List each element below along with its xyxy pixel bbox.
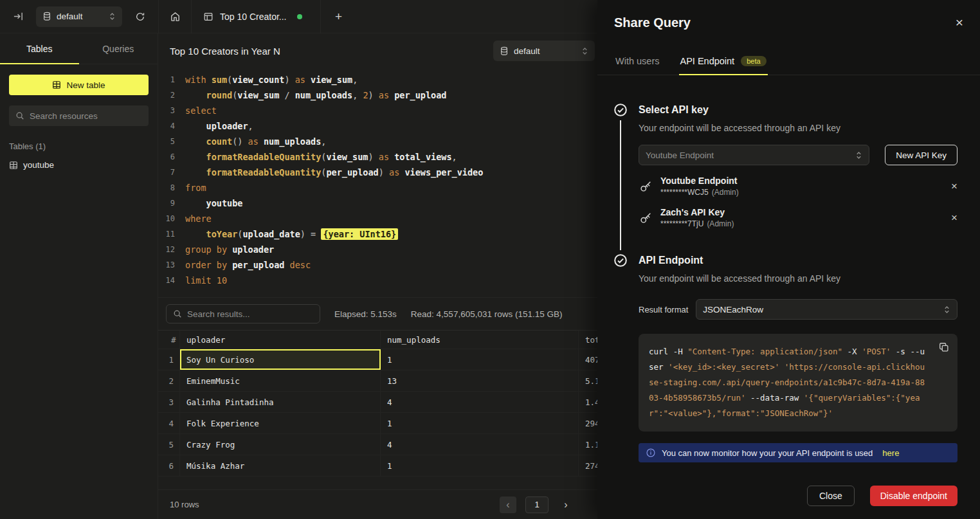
api-key-select[interactable]: Youtube Endpoint	[639, 145, 869, 165]
table-cell[interactable]: Folk Experience	[180, 413, 381, 433]
sidebar: Tables Queries New table Search resource…	[0, 33, 158, 519]
copy-icon[interactable]	[938, 341, 950, 353]
table-header-row: #uploadernum_uploadstot	[158, 330, 597, 349]
share-query-panel: Share Query × With users API Endpoint be…	[597, 0, 980, 519]
code-line: 2 round(view_sum / num_uploads, 2) as pe…	[158, 87, 597, 103]
api-key-item: Zach's API Key*********7TjU(Admin)×	[639, 207, 957, 228]
table-cell[interactable]: 2	[158, 370, 180, 391]
unsaved-changes-dot	[297, 14, 302, 19]
line-number: 8	[158, 180, 175, 196]
next-page-icon[interactable]: ›	[558, 496, 574, 513]
code-text: limit 10	[185, 273, 227, 288]
table-cell[interactable]: 1.4	[579, 392, 597, 412]
tab-api-endpoint-label: API Endpoint	[680, 56, 735, 66]
elapsed-stat: Elapsed: 5.153s	[334, 309, 397, 319]
code-text: with sum(view_count) as view_sum,	[185, 72, 358, 87]
results-toolbar: Search results... Elapsed: 5.153s Read: …	[158, 298, 597, 330]
table-cell[interactable]: 13	[381, 370, 579, 391]
table-row[interactable]: 1Soy Un Curioso1407	[158, 349, 597, 370]
table-cell[interactable]: Galinha Pintadinha	[180, 392, 381, 412]
step-subtitle: Your endpoint will be accessed through a…	[639, 123, 957, 133]
table-cell[interactable]: Músika Azhar	[180, 455, 381, 476]
search-resources-placeholder: Search resources	[30, 111, 98, 121]
new-tab-button[interactable]: +	[321, 0, 356, 33]
chevron-updown-icon	[109, 12, 116, 21]
table-cell[interactable]: Soy Un Curioso	[180, 349, 381, 370]
monitor-link[interactable]: here	[882, 448, 899, 458]
result-format-select[interactable]: JSONEachRow	[696, 299, 957, 320]
api-key-name: Youtube Endpoint	[660, 176, 943, 186]
close-icon[interactable]: ×	[956, 15, 963, 29]
column-header[interactable]: num_uploads	[381, 331, 579, 349]
table-cell[interactable]: 4	[381, 392, 579, 412]
table-cell[interactable]: 3	[158, 392, 180, 412]
database-icon	[500, 46, 509, 56]
sql-editor[interactable]: 1with sum(view_count) as view_sum,2 roun…	[158, 68, 597, 297]
beta-badge: beta	[741, 56, 766, 66]
banner-text: You can now monitor how your your API en…	[662, 448, 873, 458]
table-cell[interactable]: 1	[381, 349, 579, 370]
sidebar-table-item[interactable]: youtube	[0, 156, 158, 174]
table-cell[interactable]: 294	[579, 413, 597, 433]
step-select-api-key: Select API key Your endpoint will be acc…	[614, 104, 957, 228]
database-selector[interactable]: default	[36, 6, 122, 27]
column-header[interactable]: uploader	[180, 331, 381, 349]
panel-tabs: With users API Endpoint beta	[597, 52, 980, 75]
editor: Top 10 Creators in Year N default 1with …	[158, 33, 597, 519]
remove-key-icon[interactable]: ×	[951, 212, 957, 224]
table-cell[interactable]: 4	[381, 434, 579, 455]
refresh-icon[interactable]	[131, 8, 149, 26]
close-button[interactable]: Close	[807, 486, 855, 506]
query-tab[interactable]: Top 10 Creator...	[192, 0, 320, 33]
database-selector-value: default	[57, 12, 104, 21]
tab-api-endpoint[interactable]: API Endpoint beta	[679, 52, 768, 75]
table-grid-icon	[9, 161, 18, 170]
editor-database-selector[interactable]: default	[493, 41, 595, 61]
table-cell[interactable]: 1	[381, 455, 579, 476]
panel-title: Share Query	[614, 15, 691, 30]
table-row[interactable]: 2EminemMusic135.1	[158, 370, 597, 392]
code-text: uploader,	[185, 118, 253, 134]
table-row[interactable]: 5Crazy Frog41.1	[158, 434, 597, 455]
column-header[interactable]: tot	[579, 331, 597, 349]
table-cell[interactable]: 5.1	[579, 370, 597, 391]
column-header[interactable]: #	[158, 331, 180, 349]
tab-queries[interactable]: Queries	[79, 33, 158, 64]
table-cell[interactable]: 6	[158, 455, 180, 476]
table-cell[interactable]: 407	[579, 349, 597, 370]
key-icon	[639, 179, 653, 194]
tab-tables[interactable]: Tables	[0, 33, 79, 64]
table-cell[interactable]: EminemMusic	[180, 370, 381, 391]
sidebar-toggle-icon[interactable]	[9, 8, 27, 26]
topbar-left: default	[0, 6, 158, 27]
code-text: order by per_upload desc	[185, 257, 311, 273]
new-api-key-button[interactable]: New API Key	[885, 145, 957, 165]
new-table-button[interactable]: New table	[9, 75, 149, 95]
prev-page-icon[interactable]: ‹	[500, 496, 516, 513]
search-resources-input[interactable]: Search resources	[9, 105, 149, 126]
table-cell[interactable]: 274	[579, 455, 597, 476]
table-cell[interactable]: 1.1	[579, 434, 597, 455]
table-cell[interactable]: 5	[158, 434, 180, 455]
tab-with-users[interactable]: With users	[614, 52, 661, 75]
table-cell[interactable]: Crazy Frog	[180, 434, 381, 455]
table-row[interactable]: 4Folk Experience1294	[158, 413, 597, 434]
search-icon	[173, 309, 182, 318]
table-cell[interactable]: 4	[158, 413, 180, 433]
read-stat: Read: 4,557,605,031 rows (151.15 GB)	[411, 309, 563, 319]
table-row[interactable]: 6Músika Azhar1274	[158, 455, 597, 477]
table-cell[interactable]: 1	[381, 413, 579, 433]
step-title: API Endpoint	[639, 254, 957, 267]
code-line: 8from	[158, 180, 597, 196]
page-number-input[interactable]: 1	[525, 496, 549, 513]
disable-endpoint-button[interactable]: Disable endpoint	[870, 486, 957, 506]
panel-footer: Close Disable endpoint	[597, 475, 980, 519]
table-row[interactable]: 3Galinha Pintadinha41.4	[158, 392, 597, 413]
code-line: 10where	[158, 211, 597, 226]
search-results-input[interactable]: Search results...	[166, 304, 320, 323]
home-icon[interactable]	[166, 8, 184, 26]
remove-key-icon[interactable]: ×	[951, 180, 957, 193]
key-icon	[639, 211, 653, 225]
table-cell[interactable]: 1	[158, 349, 180, 370]
workspace: default Top 10 Creator... +	[0, 0, 597, 519]
